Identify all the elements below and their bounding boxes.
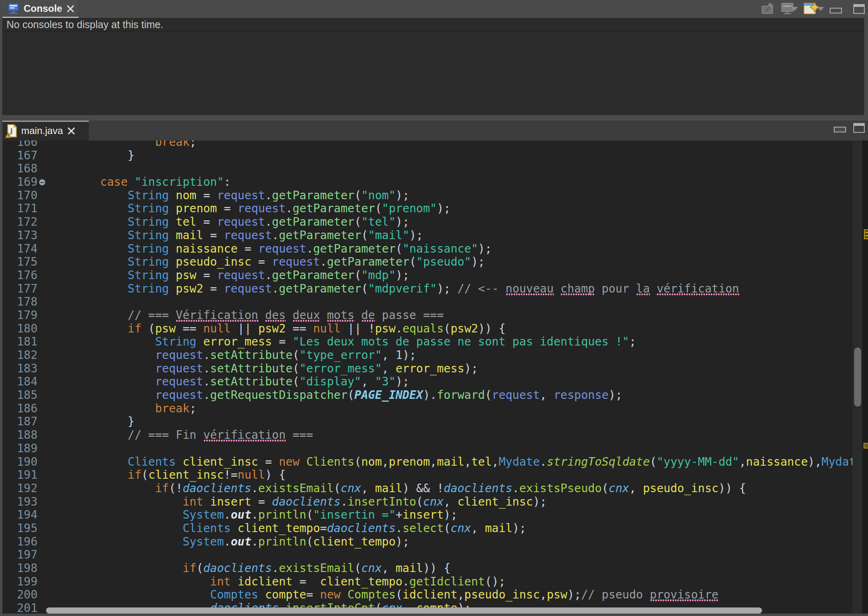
code-area: 166 break;167 }168169 case "inscription"… xyxy=(2,141,853,614)
console-empty-message: No consoles to display at this time. xyxy=(2,18,864,31)
overview-ruler xyxy=(862,141,868,614)
console-tab-label: Console xyxy=(24,3,62,14)
fold-collapse-icon[interactable] xyxy=(39,179,45,185)
horizontal-scrollbar-thumb[interactable] xyxy=(46,607,762,614)
code-line: 195 Clients client_tempo=daoclients.sele… xyxy=(2,522,853,535)
editor-tabbar: J main.java xyxy=(2,121,868,141)
line-number: 200 xyxy=(2,588,37,602)
line-number: 192 xyxy=(2,482,37,495)
java-file-icon: J xyxy=(7,124,17,137)
line-number: 184 xyxy=(2,375,37,389)
code-line: 175 String pseudo_insc = request.getPara… xyxy=(2,255,853,269)
line-number: 174 xyxy=(2,242,37,256)
console-toolbar xyxy=(761,2,865,15)
code-line: 168 xyxy=(2,162,853,176)
close-console-tab-icon[interactable] xyxy=(66,4,75,13)
line-number: 197 xyxy=(2,548,37,562)
ide-window: Console xyxy=(0,0,868,616)
line-number: 180 xyxy=(2,322,37,336)
code-line: 167 } xyxy=(2,149,853,163)
line-number: 198 xyxy=(2,562,37,575)
console-monitor-icon xyxy=(7,3,20,14)
editor-tab-label: main.java xyxy=(21,125,63,136)
line-number: 188 xyxy=(2,429,37,442)
code-line: 177 String psw2 = request.getParameter("… xyxy=(2,282,853,296)
line-number: 169 xyxy=(2,176,37,189)
line-number: 185 xyxy=(2,389,37,402)
pin-console-icon[interactable] xyxy=(761,3,775,15)
code-line: 181 String error_mess = "Les deux mots d… xyxy=(2,335,853,349)
line-number: 195 xyxy=(2,522,37,535)
code-line: 169 case "inscription": xyxy=(2,176,853,189)
console-view-area: No consoles to display at this time. xyxy=(2,18,864,115)
code-line: 187 } xyxy=(2,415,853,429)
line-number: 190 xyxy=(2,455,37,469)
editor-body: 166 break;167 }168169 case "inscription"… xyxy=(2,141,868,614)
line-number: 175 xyxy=(2,255,37,269)
code-line: 172 String tel = request.getParameter("t… xyxy=(2,216,853,229)
code-line: 166 break; xyxy=(2,141,853,149)
code-line: 174 String naissance = request.getParame… xyxy=(2,242,853,256)
code-line: 192 if(!daoclients.existsEmail(cnx, mail… xyxy=(2,482,853,495)
maximize-editor-icon[interactable] xyxy=(853,123,865,133)
line-number: 166 xyxy=(2,141,37,149)
close-editor-tab-icon[interactable] xyxy=(67,127,75,135)
line-number: 172 xyxy=(2,216,37,229)
line-number: 194 xyxy=(2,508,37,522)
line-number: 168 xyxy=(2,162,37,176)
code-line: 176 String psw = request.getParameter("m… xyxy=(2,269,853,282)
line-number: 173 xyxy=(2,229,37,242)
line-number: 187 xyxy=(2,415,37,429)
code-line: 197 xyxy=(2,548,853,562)
code-line: 185 request.getRequestDispatcher(PAGE_IN… xyxy=(2,389,853,402)
tab-console[interactable]: Console xyxy=(2,0,79,17)
display-selected-console-icon[interactable] xyxy=(781,3,794,15)
code-line: 190 Clients client_insc = new Clients(no… xyxy=(2,455,853,469)
minimize-console-icon[interactable] xyxy=(830,8,842,13)
code-line: 171 String prenom = request.getParameter… xyxy=(2,202,853,216)
line-number: 189 xyxy=(2,442,37,455)
code-line: 184 request.setAttribute("display", "3")… xyxy=(2,375,853,389)
occurrence-marker-icon[interactable] xyxy=(864,229,868,239)
line-number: 193 xyxy=(2,495,37,509)
line-number: 170 xyxy=(2,189,37,202)
tab-main-java[interactable]: J main.java xyxy=(2,121,89,141)
code-line: 170 String nom = request.getParameter("n… xyxy=(2,189,853,202)
code-line: 193 int insert = daoclients.insertInto(c… xyxy=(2,495,853,509)
code-line: 191 if(client_insc!=null) { xyxy=(2,469,853,482)
line-number: 177 xyxy=(2,282,37,296)
code-line: 179 // === Vérification des deux mots de… xyxy=(2,309,853,322)
code-line: 189 xyxy=(2,442,853,455)
line-number: 176 xyxy=(2,269,37,282)
code-line: 200 Comptes compte= new Comptes(idclient… xyxy=(2,588,853,602)
minimize-editor-icon[interactable] xyxy=(834,127,846,132)
line-number: 201 xyxy=(2,602,37,614)
line-number: 196 xyxy=(2,535,37,549)
editor-window-buttons xyxy=(834,123,865,133)
line-number: 178 xyxy=(2,295,37,309)
active-tab-topline xyxy=(2,121,89,122)
code-line: 182 request.setAttribute("type_error", 1… xyxy=(2,349,853,362)
code-line: 180 if (psw == null || psw2 == null || !… xyxy=(2,322,853,336)
maximize-console-icon[interactable] xyxy=(853,4,865,14)
line-number: 186 xyxy=(2,402,37,416)
line-number: 179 xyxy=(2,309,37,322)
vertical-scrollbar-thumb[interactable] xyxy=(854,348,861,407)
open-console-dropdown-icon[interactable] xyxy=(817,7,824,11)
code-line: 173 String mail = request.getParameter("… xyxy=(2,229,853,242)
code-line: 188 // === Fin vérification === xyxy=(2,429,853,442)
line-number: 182 xyxy=(2,349,37,362)
line-number: 183 xyxy=(2,362,37,376)
code-line: 198 if(daoclients.existsEmail(cnx, mail)… xyxy=(2,562,853,575)
code-line: 196 System.out.println(client_tempo); xyxy=(2,535,853,549)
code-line: 186 break; xyxy=(2,402,853,416)
line-number: 181 xyxy=(2,335,37,349)
warning-badge-icon xyxy=(5,132,11,138)
line-number: 171 xyxy=(2,202,37,216)
console-tabbar: Console xyxy=(0,0,868,18)
editor-panel: J main.java 166 break;167 xyxy=(0,121,868,616)
line-number: 167 xyxy=(2,149,37,163)
code-line: 194 System.out.println("insertin ="+inse… xyxy=(2,508,853,522)
code-line: 183 request.setAttribute("error_mess", e… xyxy=(2,362,853,376)
occurrence-marker-icon[interactable] xyxy=(864,443,868,449)
